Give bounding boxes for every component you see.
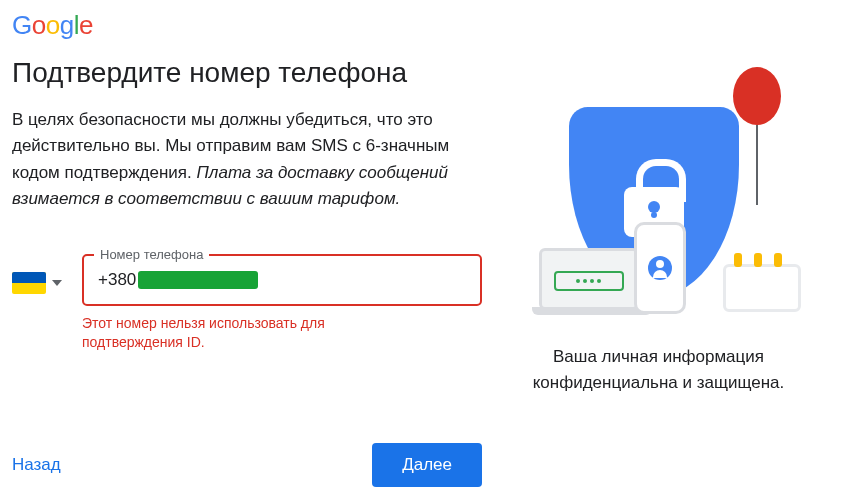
next-button[interactable]: Далее	[372, 443, 482, 487]
cake-icon	[723, 264, 801, 312]
back-button[interactable]: Назад	[12, 455, 61, 475]
country-selector[interactable]	[12, 272, 62, 294]
phone-icon	[634, 222, 686, 314]
page-title: Подтвердите номер телефона	[12, 57, 482, 89]
error-message: Этот номер нельзя использовать для подтв…	[82, 314, 422, 352]
flag-ukraine-icon	[12, 272, 46, 294]
description: В целях безопасности мы должны убедиться…	[12, 107, 482, 212]
phone-input[interactable]: Номер телефона +380	[82, 254, 482, 306]
password-field-icon	[554, 271, 624, 291]
phone-redacted	[138, 271, 258, 289]
balloon-icon	[733, 67, 781, 205]
phone-label: Номер телефона	[94, 247, 209, 262]
privacy-illustration	[509, 67, 809, 322]
chevron-down-icon	[52, 280, 62, 286]
privacy-tagline: Ваша личная информация конфиденциальна и…	[499, 344, 819, 395]
laptop-icon	[539, 248, 639, 310]
avatar-icon	[648, 256, 672, 280]
google-logo: Google	[12, 10, 835, 41]
phone-prefix: +380	[98, 270, 136, 290]
